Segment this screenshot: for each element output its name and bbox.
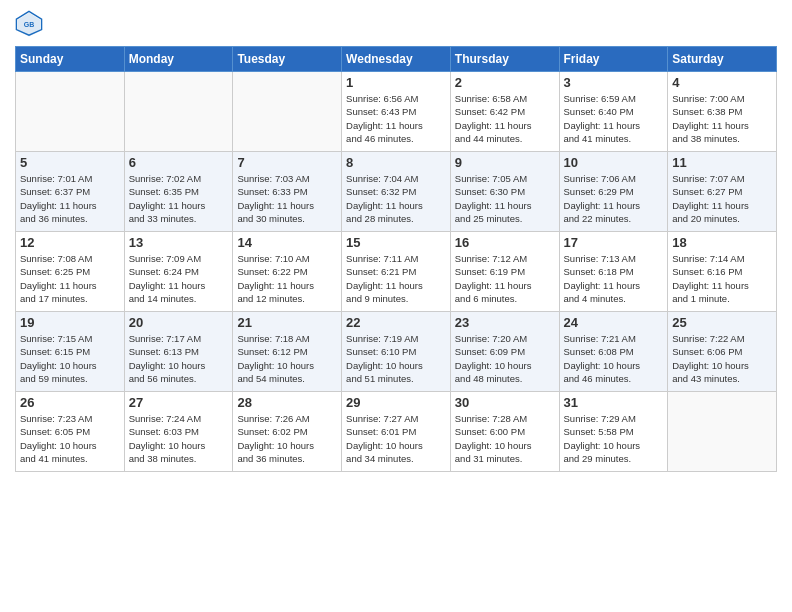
day-number: 12 <box>20 235 120 250</box>
calendar-cell: 4Sunrise: 7:00 AM Sunset: 6:38 PM Daylig… <box>668 72 777 152</box>
day-info: Sunrise: 7:10 AM Sunset: 6:22 PM Dayligh… <box>237 252 337 305</box>
day-number: 19 <box>20 315 120 330</box>
day-number: 17 <box>564 235 664 250</box>
calendar-cell: 10Sunrise: 7:06 AM Sunset: 6:29 PM Dayli… <box>559 152 668 232</box>
calendar-cell: 16Sunrise: 7:12 AM Sunset: 6:19 PM Dayli… <box>450 232 559 312</box>
calendar-row: 5Sunrise: 7:01 AM Sunset: 6:37 PM Daylig… <box>16 152 777 232</box>
day-info: Sunrise: 7:19 AM Sunset: 6:10 PM Dayligh… <box>346 332 446 385</box>
day-info: Sunrise: 7:12 AM Sunset: 6:19 PM Dayligh… <box>455 252 555 305</box>
day-info: Sunrise: 7:21 AM Sunset: 6:08 PM Dayligh… <box>564 332 664 385</box>
weekday-header: Monday <box>124 47 233 72</box>
calendar-cell: 22Sunrise: 7:19 AM Sunset: 6:10 PM Dayli… <box>342 312 451 392</box>
calendar-cell: 31Sunrise: 7:29 AM Sunset: 5:58 PM Dayli… <box>559 392 668 472</box>
day-number: 6 <box>129 155 229 170</box>
day-info: Sunrise: 7:15 AM Sunset: 6:15 PM Dayligh… <box>20 332 120 385</box>
page-header: GB <box>15 10 777 38</box>
day-info: Sunrise: 7:23 AM Sunset: 6:05 PM Dayligh… <box>20 412 120 465</box>
day-number: 23 <box>455 315 555 330</box>
calendar-cell: 8Sunrise: 7:04 AM Sunset: 6:32 PM Daylig… <box>342 152 451 232</box>
calendar-cell: 14Sunrise: 7:10 AM Sunset: 6:22 PM Dayli… <box>233 232 342 312</box>
day-info: Sunrise: 7:09 AM Sunset: 6:24 PM Dayligh… <box>129 252 229 305</box>
calendar-row: 26Sunrise: 7:23 AM Sunset: 6:05 PM Dayli… <box>16 392 777 472</box>
calendar-cell: 19Sunrise: 7:15 AM Sunset: 6:15 PM Dayli… <box>16 312 125 392</box>
weekday-header: Friday <box>559 47 668 72</box>
calendar-cell: 11Sunrise: 7:07 AM Sunset: 6:27 PM Dayli… <box>668 152 777 232</box>
calendar-cell: 9Sunrise: 7:05 AM Sunset: 6:30 PM Daylig… <box>450 152 559 232</box>
calendar-row: 19Sunrise: 7:15 AM Sunset: 6:15 PM Dayli… <box>16 312 777 392</box>
day-number: 10 <box>564 155 664 170</box>
svg-text:GB: GB <box>24 21 35 28</box>
calendar-cell: 15Sunrise: 7:11 AM Sunset: 6:21 PM Dayli… <box>342 232 451 312</box>
day-info: Sunrise: 7:03 AM Sunset: 6:33 PM Dayligh… <box>237 172 337 225</box>
day-number: 16 <box>455 235 555 250</box>
day-info: Sunrise: 7:17 AM Sunset: 6:13 PM Dayligh… <box>129 332 229 385</box>
day-number: 2 <box>455 75 555 90</box>
day-number: 1 <box>346 75 446 90</box>
day-number: 26 <box>20 395 120 410</box>
day-info: Sunrise: 7:22 AM Sunset: 6:06 PM Dayligh… <box>672 332 772 385</box>
calendar-cell: 3Sunrise: 6:59 AM Sunset: 6:40 PM Daylig… <box>559 72 668 152</box>
day-number: 14 <box>237 235 337 250</box>
day-number: 15 <box>346 235 446 250</box>
day-number: 29 <box>346 395 446 410</box>
calendar-cell: 23Sunrise: 7:20 AM Sunset: 6:09 PM Dayli… <box>450 312 559 392</box>
calendar-cell <box>668 392 777 472</box>
day-info: Sunrise: 7:08 AM Sunset: 6:25 PM Dayligh… <box>20 252 120 305</box>
day-number: 22 <box>346 315 446 330</box>
day-info: Sunrise: 7:07 AM Sunset: 6:27 PM Dayligh… <box>672 172 772 225</box>
day-number: 13 <box>129 235 229 250</box>
calendar-cell: 18Sunrise: 7:14 AM Sunset: 6:16 PM Dayli… <box>668 232 777 312</box>
day-number: 31 <box>564 395 664 410</box>
day-number: 7 <box>237 155 337 170</box>
weekday-header: Wednesday <box>342 47 451 72</box>
weekday-header: Tuesday <box>233 47 342 72</box>
day-number: 24 <box>564 315 664 330</box>
weekday-header: Saturday <box>668 47 777 72</box>
calendar-cell: 29Sunrise: 7:27 AM Sunset: 6:01 PM Dayli… <box>342 392 451 472</box>
calendar-cell: 2Sunrise: 6:58 AM Sunset: 6:42 PM Daylig… <box>450 72 559 152</box>
calendar-cell: 25Sunrise: 7:22 AM Sunset: 6:06 PM Dayli… <box>668 312 777 392</box>
calendar-cell: 5Sunrise: 7:01 AM Sunset: 6:37 PM Daylig… <box>16 152 125 232</box>
day-info: Sunrise: 7:01 AM Sunset: 6:37 PM Dayligh… <box>20 172 120 225</box>
calendar-cell: 13Sunrise: 7:09 AM Sunset: 6:24 PM Dayli… <box>124 232 233 312</box>
day-info: Sunrise: 7:28 AM Sunset: 6:00 PM Dayligh… <box>455 412 555 465</box>
calendar-cell: 1Sunrise: 6:56 AM Sunset: 6:43 PM Daylig… <box>342 72 451 152</box>
day-info: Sunrise: 7:20 AM Sunset: 6:09 PM Dayligh… <box>455 332 555 385</box>
day-info: Sunrise: 6:59 AM Sunset: 6:40 PM Dayligh… <box>564 92 664 145</box>
day-info: Sunrise: 6:58 AM Sunset: 6:42 PM Dayligh… <box>455 92 555 145</box>
calendar-cell: 28Sunrise: 7:26 AM Sunset: 6:02 PM Dayli… <box>233 392 342 472</box>
day-number: 27 <box>129 395 229 410</box>
day-info: Sunrise: 7:14 AM Sunset: 6:16 PM Dayligh… <box>672 252 772 305</box>
day-number: 8 <box>346 155 446 170</box>
calendar-cell: 7Sunrise: 7:03 AM Sunset: 6:33 PM Daylig… <box>233 152 342 232</box>
weekday-header: Sunday <box>16 47 125 72</box>
day-info: Sunrise: 7:24 AM Sunset: 6:03 PM Dayligh… <box>129 412 229 465</box>
calendar-row: 12Sunrise: 7:08 AM Sunset: 6:25 PM Dayli… <box>16 232 777 312</box>
calendar-cell <box>16 72 125 152</box>
day-number: 4 <box>672 75 772 90</box>
calendar-cell: 26Sunrise: 7:23 AM Sunset: 6:05 PM Dayli… <box>16 392 125 472</box>
day-info: Sunrise: 7:27 AM Sunset: 6:01 PM Dayligh… <box>346 412 446 465</box>
weekday-header: Thursday <box>450 47 559 72</box>
day-number: 5 <box>20 155 120 170</box>
day-number: 21 <box>237 315 337 330</box>
logo-icon: GB <box>15 10 43 38</box>
calendar-cell <box>233 72 342 152</box>
calendar-cell: 30Sunrise: 7:28 AM Sunset: 6:00 PM Dayli… <box>450 392 559 472</box>
calendar-cell: 17Sunrise: 7:13 AM Sunset: 6:18 PM Dayli… <box>559 232 668 312</box>
day-number: 18 <box>672 235 772 250</box>
calendar-cell: 20Sunrise: 7:17 AM Sunset: 6:13 PM Dayli… <box>124 312 233 392</box>
day-number: 3 <box>564 75 664 90</box>
weekday-header-row: SundayMondayTuesdayWednesdayThursdayFrid… <box>16 47 777 72</box>
day-info: Sunrise: 7:02 AM Sunset: 6:35 PM Dayligh… <box>129 172 229 225</box>
day-info: Sunrise: 7:05 AM Sunset: 6:30 PM Dayligh… <box>455 172 555 225</box>
logo: GB <box>15 10 47 38</box>
day-info: Sunrise: 7:13 AM Sunset: 6:18 PM Dayligh… <box>564 252 664 305</box>
day-info: Sunrise: 7:00 AM Sunset: 6:38 PM Dayligh… <box>672 92 772 145</box>
day-info: Sunrise: 7:06 AM Sunset: 6:29 PM Dayligh… <box>564 172 664 225</box>
calendar-cell: 24Sunrise: 7:21 AM Sunset: 6:08 PM Dayli… <box>559 312 668 392</box>
day-number: 9 <box>455 155 555 170</box>
calendar-table: SundayMondayTuesdayWednesdayThursdayFrid… <box>15 46 777 472</box>
day-info: Sunrise: 7:11 AM Sunset: 6:21 PM Dayligh… <box>346 252 446 305</box>
day-info: Sunrise: 7:26 AM Sunset: 6:02 PM Dayligh… <box>237 412 337 465</box>
